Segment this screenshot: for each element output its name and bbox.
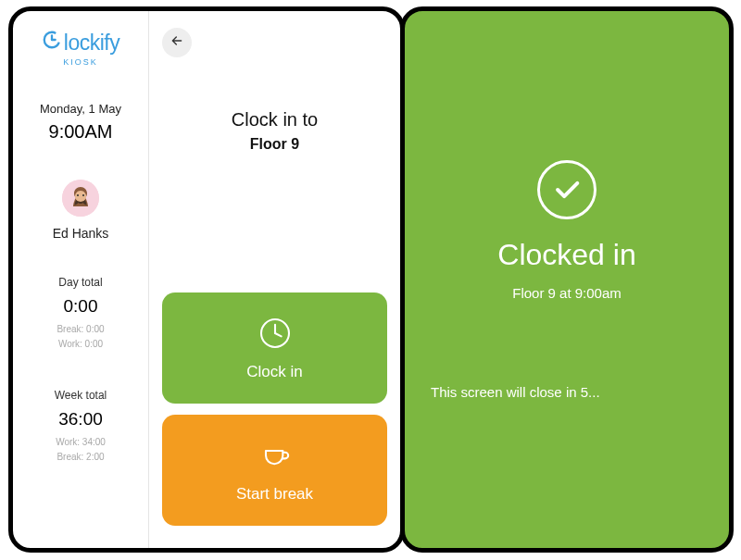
checkmark-icon xyxy=(537,160,597,219)
kiosk-main-frame: lockify KIOSK Monday, 1 May 9:00AM xyxy=(8,6,405,553)
clock-in-label: Clock in xyxy=(246,363,302,381)
clock-icon xyxy=(257,315,294,355)
confirm-detail: Floor 9 at 9:00am xyxy=(512,285,622,301)
datetime-block: Monday, 1 May 9:00AM xyxy=(40,102,121,143)
prompt-location: Floor 9 xyxy=(162,136,387,153)
main-pane: Clock in to Floor 9 Clock in xyxy=(149,11,400,548)
back-button[interactable] xyxy=(162,28,192,57)
week-work-value: Work: 34:00 xyxy=(55,435,107,450)
brand-logo: lockify xyxy=(42,30,119,56)
arrow-left-icon xyxy=(170,33,184,52)
user-block: Ed Hanks xyxy=(53,180,109,241)
clock-logo-icon xyxy=(42,30,62,50)
week-total-value: 36:00 xyxy=(55,409,107,429)
brand-name: lockify xyxy=(64,31,119,56)
day-total-label: Day total xyxy=(57,276,104,289)
prompt-title: Clock in to xyxy=(162,109,387,131)
action-buttons: Clock in Start break xyxy=(162,292,387,535)
auto-close-note: This screen will close in 5... xyxy=(431,384,600,400)
sidebar: lockify KIOSK Monday, 1 May 9:00AM xyxy=(13,11,149,548)
day-total-block: Day total 0:00 Break: 0:00 Work: 0:00 xyxy=(57,276,104,352)
week-break-value: Break: 2:00 xyxy=(55,450,107,465)
week-total-block: Week total 36:00 Work: 34:00 Break: 2:00 xyxy=(55,389,107,465)
avatar xyxy=(62,180,99,217)
current-date: Monday, 1 May xyxy=(40,102,121,116)
svg-point-5 xyxy=(82,194,84,196)
kiosk-layout: lockify KIOSK Monday, 1 May 9:00AM xyxy=(13,11,400,548)
svg-line-8 xyxy=(275,333,282,336)
clock-in-button[interactable]: Clock in xyxy=(162,292,387,404)
week-total-label: Week total xyxy=(55,389,107,402)
day-break-value: Break: 0:00 xyxy=(57,322,104,337)
brand-kiosk-label: KIOSK xyxy=(63,57,98,67)
start-break-label: Start break xyxy=(236,485,313,504)
user-name: Ed Hanks xyxy=(53,226,109,241)
clock-in-prompt: Clock in to Floor 9 xyxy=(162,109,387,153)
svg-point-4 xyxy=(77,194,79,196)
kiosk-confirm-frame: Clocked in Floor 9 at 9:00am This screen… xyxy=(400,6,734,553)
coffee-cup-icon xyxy=(257,437,294,478)
day-total-value: 0:00 xyxy=(57,296,104,317)
current-time: 9:00AM xyxy=(40,121,121,143)
confirm-title: Clocked in xyxy=(497,238,635,272)
day-work-value: Work: 0:00 xyxy=(57,337,104,352)
start-break-button[interactable]: Start break xyxy=(162,415,387,526)
